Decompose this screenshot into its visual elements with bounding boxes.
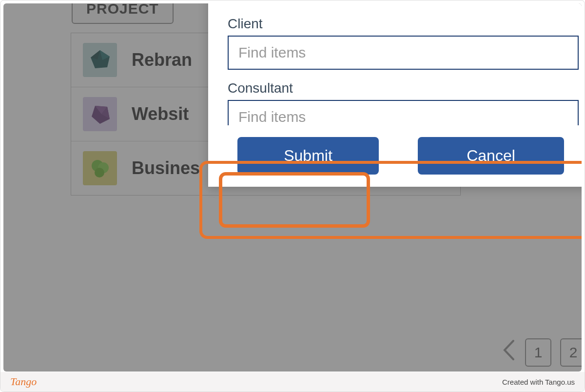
client-label: Client: [228, 16, 579, 32]
cancel-button[interactable]: Cancel: [418, 137, 564, 175]
submit-button[interactable]: Submit: [237, 137, 379, 175]
footer: Tango Created with Tango.us: [0, 372, 585, 392]
consultant-input[interactable]: Find items: [228, 100, 579, 125]
footer-credit: Created with Tango.us: [502, 378, 575, 386]
consultant-label: Consultant: [228, 80, 579, 96]
form-modal: Client Find items Consultant Find items …: [208, 3, 582, 187]
client-input[interactable]: Find items: [228, 36, 579, 70]
tango-logo: Tango: [10, 375, 37, 388]
